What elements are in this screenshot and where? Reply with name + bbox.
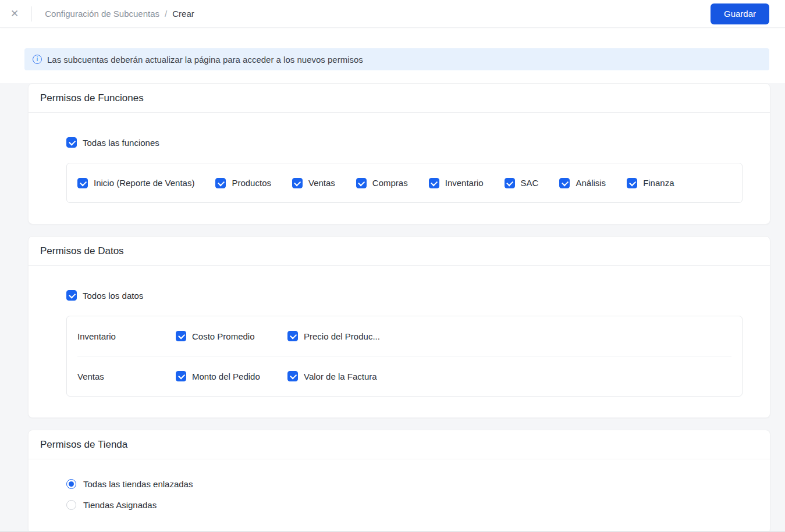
function-checkbox[interactable] [292, 178, 303, 188]
function-label: Análisis [576, 178, 606, 188]
function-checkbox[interactable] [627, 178, 637, 188]
function-checkbox-row[interactable]: Productos [215, 178, 271, 188]
breadcrumb-section[interactable]: Configuración de Subcuentas [45, 9, 159, 19]
top-bar: ✕ Configuración de Subcuentas / Crear Gu… [0, 0, 785, 28]
function-label: Compras [372, 178, 408, 188]
data-checkbox-row[interactable]: Precio del Produc... [287, 331, 399, 341]
close-icon[interactable]: ✕ [6, 6, 23, 21]
function-checkbox-row[interactable]: Inventario [429, 178, 484, 188]
function-label: Ventas [308, 178, 335, 188]
card-function-permissions: Permisos de Funciones Todas las funcione… [28, 83, 770, 224]
function-checkbox-row[interactable]: SAC [505, 178, 539, 188]
data-row-label: Inventario [77, 331, 176, 341]
breadcrumb-current: Crear [172, 9, 194, 19]
all-data-checkbox-row[interactable]: Todos los datos [66, 290, 743, 301]
function-label: Inventario [445, 178, 484, 188]
data-checkbox-label: Costo Promedio [192, 331, 255, 341]
card-store-permissions: Permisos de Tienda Todas las tiendas enl… [28, 430, 770, 532]
function-label: SAC [521, 178, 539, 188]
data-row-label: Ventas [77, 372, 176, 381]
function-checkbox-row[interactable]: Compras [356, 178, 408, 188]
info-banner: i Las subcuentas deberán actualizar la p… [24, 48, 769, 70]
function-checkbox[interactable] [77, 178, 88, 188]
function-label: Inicio (Reporte de Ventas) [94, 178, 194, 188]
radio-button[interactable] [66, 500, 76, 510]
data-checkbox[interactable] [176, 371, 186, 381]
function-checkbox-row[interactable]: Ventas [292, 178, 335, 188]
card-title-stores: Permisos de Tienda [29, 430, 770, 459]
function-checkbox[interactable] [505, 178, 515, 188]
function-checkbox[interactable] [559, 178, 570, 188]
data-checkbox-label: Valor de la Factura [304, 372, 377, 381]
all-data-checkbox[interactable] [66, 290, 77, 301]
data-checkbox[interactable] [287, 371, 298, 381]
radio-assigned-stores[interactable]: Tiendas Asignadas [66, 500, 743, 510]
radio-label: Tiendas Asignadas [83, 500, 157, 510]
data-checkbox[interactable] [287, 331, 298, 341]
data-checkbox-row[interactable]: Monto del Pedido [176, 371, 287, 381]
store-radio-group: Todas las tiendas enlazadas Tiendas Asig… [66, 479, 743, 510]
data-checkbox-row[interactable]: Costo Promedio [176, 331, 287, 341]
radio-button[interactable] [66, 479, 76, 489]
breadcrumb-separator: / [165, 9, 167, 19]
card-title-functions: Permisos de Funciones [29, 84, 770, 113]
data-checkbox-label: Monto del Pedido [192, 372, 260, 381]
info-banner-text: Las subcuentas deberán actualizar la pág… [47, 55, 363, 65]
function-label: Productos [232, 178, 271, 188]
function-checkbox[interactable] [429, 178, 439, 188]
function-label: Finanza [643, 178, 674, 188]
breadcrumb: Configuración de Subcuentas / Crear [45, 9, 194, 19]
function-checkbox[interactable] [356, 178, 367, 188]
radio-label: Todas las tiendas enlazadas [83, 479, 193, 489]
card-data-permissions: Permisos de Datos Todos los datos Invent… [28, 236, 770, 418]
header-divider [31, 6, 32, 22]
function-checkbox-row[interactable]: Inicio (Reporte de Ventas) [77, 178, 194, 188]
function-checkbox[interactable] [215, 178, 226, 188]
all-functions-checkbox-row[interactable]: Todas las funciones [66, 137, 743, 148]
data-checkbox-label: Precio del Produc... [304, 331, 380, 341]
all-functions-label: Todas las funciones [83, 138, 159, 148]
data-checkbox-row[interactable]: Valor de la Factura [287, 371, 399, 381]
content-area: Permisos de Funciones Todas las funcione… [0, 83, 785, 532]
save-button[interactable]: Guardar [711, 3, 769, 24]
data-permission-table: Inventario Costo Promedio Precio del Pro… [66, 316, 743, 397]
radio-all-linked-stores[interactable]: Todas las tiendas enlazadas [66, 479, 743, 489]
all-data-label: Todos los datos [83, 291, 143, 301]
card-title-data: Permisos de Datos [29, 237, 770, 266]
data-checkbox[interactable] [176, 331, 186, 341]
function-checkbox-row[interactable]: Análisis [559, 178, 606, 188]
info-icon: i [33, 55, 42, 64]
data-row-inventario: Inventario Costo Promedio Precio del Pro… [67, 316, 742, 356]
functions-checkbox-group: Inicio (Reporte de Ventas) Productos Ven… [66, 163, 743, 203]
all-functions-checkbox[interactable] [66, 137, 77, 148]
function-checkbox-row[interactable]: Finanza [627, 178, 674, 188]
data-row-ventas: Ventas Monto del Pedido Valor de la Fact… [67, 356, 742, 396]
